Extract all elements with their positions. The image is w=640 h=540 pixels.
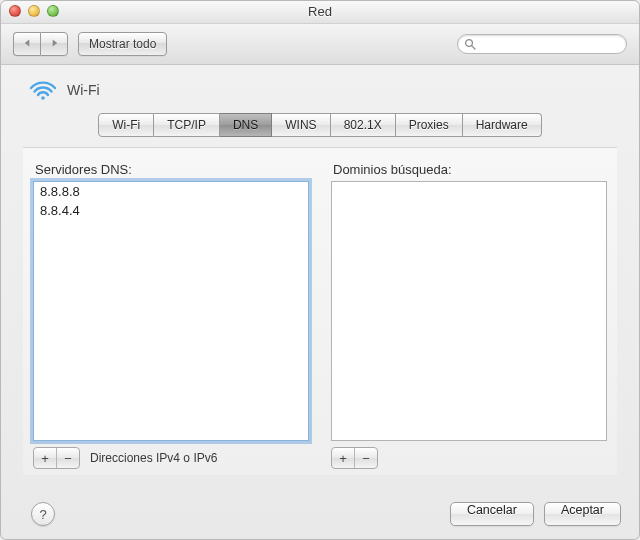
svg-point-2	[41, 96, 45, 100]
dns-remove-button[interactable]: −	[56, 448, 79, 468]
window-minimize-button[interactable]	[28, 5, 40, 17]
show-all-label: Mostrar todo	[89, 37, 156, 51]
dns-add-button[interactable]: +	[34, 448, 56, 468]
tab-wins[interactable]: WINS	[272, 113, 330, 137]
dns-servers-list[interactable]: 8.8.8.88.8.4.4	[33, 181, 309, 441]
window-zoom-button[interactable]	[47, 5, 59, 17]
toolbar: Mostrar todo	[1, 24, 639, 65]
tab-wifi[interactable]: Wi-Fi	[98, 113, 154, 137]
dns-server-row[interactable]: 8.8.8.8	[34, 182, 308, 201]
tab-proxies[interactable]: Proxies	[396, 113, 463, 137]
svg-line-1	[472, 46, 475, 49]
search-domains-list[interactable]	[331, 181, 607, 441]
search-field-wrapper	[457, 34, 627, 54]
tab-dns[interactable]: DNS	[220, 113, 272, 137]
search-domains-remove-button[interactable]: −	[354, 448, 377, 468]
help-button[interactable]: ?	[31, 502, 55, 526]
forward-icon	[50, 37, 59, 51]
dns-hint: Direcciones IPv4 o IPv6	[90, 451, 217, 465]
search-domains-add-button[interactable]: +	[332, 448, 354, 468]
wifi-icon	[29, 79, 57, 101]
search-domains-add-remove-group: + −	[331, 447, 378, 469]
dns-pane: Servidores DNS: 8.8.8.88.8.4.4 + − Direc…	[23, 147, 617, 475]
service-header: Wi-Fi	[1, 75, 639, 109]
tab-8021x[interactable]: 802.1X	[331, 113, 396, 137]
search-domains-column: Dominios búsqueda: + −	[331, 162, 607, 469]
cancel-button[interactable]: Cancelar	[450, 502, 534, 526]
forward-button[interactable]	[40, 32, 68, 56]
dns-add-remove-group: + −	[33, 447, 80, 469]
tab-hardware[interactable]: Hardware	[463, 113, 542, 137]
back-button[interactable]	[13, 32, 40, 56]
search-input[interactable]	[457, 34, 627, 54]
tab-bar: Wi-FiTCP/IPDNSWINS802.1XProxiesHardware	[1, 113, 639, 137]
dns-servers-label: Servidores DNS:	[35, 162, 309, 177]
bottom-bar: ? Cancelar Aceptar	[1, 489, 639, 539]
window-close-button[interactable]	[9, 5, 21, 17]
show-all-button[interactable]: Mostrar todo	[78, 32, 167, 56]
dns-server-row[interactable]: 8.8.4.4	[34, 201, 308, 220]
service-name: Wi-Fi	[67, 82, 100, 98]
search-icon	[464, 38, 476, 50]
back-icon	[23, 37, 32, 51]
tab-tcpip[interactable]: TCP/IP	[154, 113, 220, 137]
ok-button[interactable]: Aceptar	[544, 502, 621, 526]
dns-servers-column: Servidores DNS: 8.8.8.88.8.4.4 + − Direc…	[33, 162, 309, 469]
titlebar: Red	[1, 1, 639, 24]
window-title: Red	[308, 4, 332, 19]
search-domains-label: Dominios búsqueda:	[333, 162, 607, 177]
